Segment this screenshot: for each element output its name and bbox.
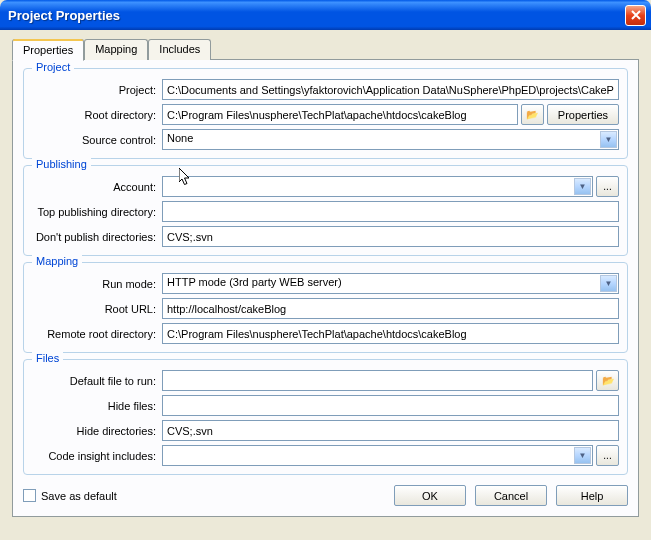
- legend-project: Project: [32, 61, 74, 73]
- account-more-button[interactable]: ...: [596, 176, 619, 197]
- runmode-label: Run mode:: [32, 278, 162, 290]
- footer: Save as default OK Cancel Help: [23, 485, 628, 506]
- account-label: Account:: [32, 181, 162, 193]
- srcctrl-label: Source control:: [32, 134, 162, 146]
- window-title: Project Properties: [8, 8, 625, 23]
- tab-content: Project Project: Root directory: 📂 Prope…: [12, 59, 639, 517]
- topdir-input[interactable]: [162, 201, 619, 222]
- ok-button[interactable]: OK: [394, 485, 466, 506]
- tab-mapping[interactable]: Mapping: [84, 39, 148, 60]
- legend-files: Files: [32, 352, 63, 364]
- rooturl-input[interactable]: [162, 298, 619, 319]
- group-mapping: Mapping Run mode: HTTP mode (3rd party W…: [23, 262, 628, 353]
- default-input[interactable]: [162, 370, 593, 391]
- rootdir-properties-button[interactable]: Properties: [547, 104, 619, 125]
- cancel-button[interactable]: Cancel: [475, 485, 547, 506]
- close-icon: [631, 10, 641, 20]
- tab-properties[interactable]: Properties: [12, 39, 84, 61]
- rooturl-label: Root URL:: [32, 303, 162, 315]
- codeins-select[interactable]: ▼: [162, 445, 593, 466]
- default-label: Default file to run:: [32, 375, 162, 387]
- rootdir-browse-button[interactable]: 📂: [521, 104, 544, 125]
- chevron-down-icon: ▼: [574, 447, 591, 464]
- dontpub-input[interactable]: [162, 226, 619, 247]
- dontpub-label: Don't publish directories:: [32, 231, 162, 243]
- hidef-label: Hide files:: [32, 400, 162, 412]
- chevron-down-icon: ▼: [574, 178, 591, 195]
- group-publishing: Publishing Account: ▼ ... Top publishing…: [23, 165, 628, 256]
- save-default-label: Save as default: [41, 490, 117, 502]
- hided-input[interactable]: [162, 420, 619, 441]
- remotedir-input[interactable]: [162, 323, 619, 344]
- default-browse-button[interactable]: 📂: [596, 370, 619, 391]
- project-label: Project:: [32, 84, 162, 96]
- rootdir-input[interactable]: [162, 104, 518, 125]
- help-button[interactable]: Help: [556, 485, 628, 506]
- codeins-more-button[interactable]: ...: [596, 445, 619, 466]
- close-button[interactable]: [625, 5, 646, 26]
- rootdir-label: Root directory:: [32, 109, 162, 121]
- tab-includes[interactable]: Includes: [148, 39, 211, 60]
- tab-strip: Properties Mapping Includes: [12, 39, 639, 60]
- titlebar: Project Properties: [0, 0, 651, 30]
- folder-icon: 📂: [602, 375, 614, 386]
- runmode-select[interactable]: HTTP mode (3rd party WEB server) ▼: [162, 273, 619, 294]
- hidef-input[interactable]: [162, 395, 619, 416]
- hided-label: Hide directories:: [32, 425, 162, 437]
- srcctrl-select[interactable]: None ▼: [162, 129, 619, 150]
- client-area: Properties Mapping Includes Project Proj…: [0, 30, 651, 527]
- account-select[interactable]: ▼: [162, 176, 593, 197]
- chevron-down-icon: ▼: [600, 275, 617, 292]
- chevron-down-icon: ▼: [600, 131, 617, 148]
- legend-mapping: Mapping: [32, 255, 82, 267]
- codeins-label: Code insight includes:: [32, 450, 162, 462]
- topdir-label: Top publishing directory:: [32, 206, 162, 218]
- runmode-value: HTTP mode (3rd party WEB server): [167, 276, 342, 288]
- folder-icon: 📂: [526, 109, 538, 120]
- save-default-checkbox[interactable]: [23, 489, 36, 502]
- remotedir-label: Remote root directory:: [32, 328, 162, 340]
- project-input[interactable]: [162, 79, 619, 100]
- group-files: Files Default file to run: 📂 Hide files:…: [23, 359, 628, 475]
- srcctrl-value: None: [167, 132, 193, 144]
- group-project: Project Project: Root directory: 📂 Prope…: [23, 68, 628, 159]
- legend-publishing: Publishing: [32, 158, 91, 170]
